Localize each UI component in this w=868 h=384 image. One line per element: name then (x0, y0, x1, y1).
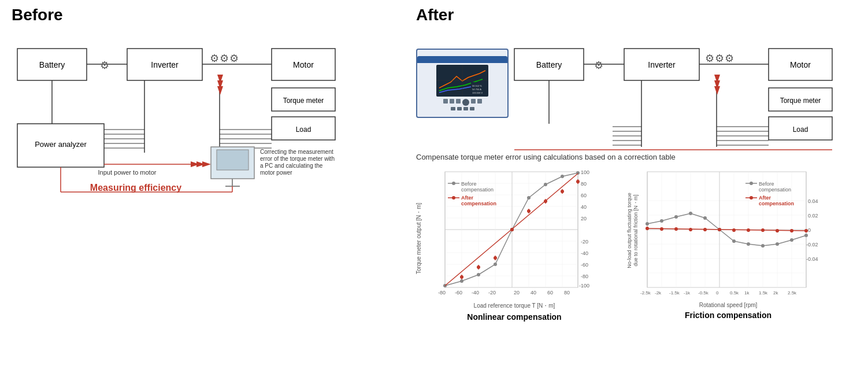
svg-point-195 (660, 219, 663, 223)
chart2-y-label: No-load output fluctuating torquedue to … (626, 190, 640, 271)
svg-point-131 (527, 196, 531, 200)
svg-text:-80: -80 (581, 274, 588, 279)
before-title: Before (12, 6, 405, 24)
svg-text:0.02: 0.02 (808, 213, 818, 219)
svg-text:2k: 2k (773, 290, 778, 296)
right-panel: After Battery Inverter Motor Torque mete… (405, 6, 868, 322)
svg-text:compensation: compensation (759, 201, 794, 206)
svg-text:40: 40 (581, 204, 587, 210)
svg-point-235 (750, 196, 753, 200)
svg-marker-49 (217, 86, 223, 95)
svg-text:0: 0 (716, 290, 719, 296)
chart1-svg: 100 80 60 40 20 -20 -40 -60 -80 -100 -80… (416, 166, 613, 305)
svg-point-152 (452, 182, 455, 185)
svg-text:20: 20 (581, 216, 587, 221)
svg-text:20: 20 (514, 290, 520, 296)
chart1-title: Nonlinear compensation (416, 312, 613, 322)
svg-text:⚙: ⚙ (594, 60, 603, 71)
svg-text:⚙: ⚙ (229, 53, 239, 64)
svg-text:Motor: Motor (790, 60, 811, 69)
svg-text:⚙: ⚙ (220, 53, 229, 64)
svg-point-200 (732, 239, 736, 243)
before-diagram-svg: Battery Inverter Motor Torque meter Load… (12, 31, 381, 193)
svg-text:-0.04: -0.04 (806, 256, 818, 262)
svg-point-217 (718, 228, 721, 231)
svg-text:Motor: Motor (293, 60, 314, 69)
charts-area: 100 80 60 40 20 -20 -40 -60 -80 -100 -80… (416, 166, 868, 322)
svg-text:Load: Load (296, 125, 311, 134)
svg-text:compensation: compensation (461, 201, 496, 206)
svg-point-231 (750, 182, 753, 185)
svg-text:0.04: 0.04 (808, 198, 818, 204)
svg-text:error of the torque meter with: error of the torque meter with (260, 156, 335, 162)
main-container: Before Battery Inverter Motor Torque met… (0, 0, 868, 327)
svg-text:60: 60 (547, 290, 553, 296)
instrument-controls (443, 99, 482, 106)
svg-text:Correcting the measurement: Correcting the measurement (260, 149, 333, 155)
svg-text:80: 80 (564, 290, 570, 296)
svg-point-128 (477, 273, 480, 276)
left-panel: Before Battery Inverter Motor Torque met… (12, 6, 405, 322)
svg-marker-34 (202, 161, 211, 167)
svg-text:-100: -100 (579, 283, 589, 289)
svg-text:Input power to motor: Input power to motor (98, 169, 157, 176)
svg-text:-20: -20 (488, 290, 496, 296)
svg-text:After: After (461, 195, 473, 201)
svg-text:motor power: motor power (260, 169, 292, 176)
svg-point-142 (510, 228, 514, 231)
measuring-label: Measuring efficiency (12, 183, 260, 193)
instrument-image: 56.512 % 54.704 A 133.556 V (416, 49, 509, 118)
chart1-container: 100 80 60 40 20 -20 -40 -60 -80 -100 -80… (416, 166, 613, 322)
svg-text:-80: -80 (438, 290, 446, 296)
svg-point-132 (544, 183, 547, 186)
chart2-svg: 0.04 0.02 0 -0.02 -0.04 -2.5k -2k -1.5k … (630, 166, 826, 305)
svg-text:1k: 1k (744, 290, 750, 296)
svg-text:Before: Before (759, 181, 774, 187)
svg-point-194 (646, 222, 649, 226)
chart1-y-label: Torque meter output [N・m] (415, 205, 423, 274)
svg-text:100: 100 (581, 169, 589, 175)
svg-text:⚙: ⚙ (705, 53, 714, 64)
svg-text:0.5k: 0.5k (730, 290, 739, 296)
svg-point-127 (460, 279, 463, 283)
chart2-container: 0.04 0.02 0 -0.02 -0.04 -2.5k -2k -1.5k … (630, 166, 826, 322)
svg-text:Power analyzer: Power analyzer (35, 140, 87, 149)
svg-text:Battery: Battery (39, 60, 65, 69)
svg-text:⚙: ⚙ (715, 53, 724, 64)
svg-text:56.512 %: 56.512 % (472, 84, 482, 87)
svg-text:Before: Before (461, 181, 477, 187)
svg-point-196 (674, 215, 678, 219)
svg-text:-1k: -1k (684, 290, 691, 296)
svg-rect-37 (217, 150, 248, 170)
svg-point-198 (703, 216, 707, 220)
svg-point-201 (747, 242, 750, 246)
svg-text:-0.02: -0.02 (806, 242, 818, 248)
svg-text:-60: -60 (455, 290, 462, 296)
svg-text:40: 40 (531, 290, 536, 296)
svg-point-197 (689, 212, 692, 215)
svg-text:80: 80 (581, 181, 587, 187)
svg-text:-60: -60 (581, 262, 588, 268)
svg-text:0: 0 (808, 227, 811, 233)
svg-text:-40: -40 (581, 250, 588, 256)
svg-text:133.556 V: 133.556 V (472, 91, 483, 94)
svg-text:Inverter: Inverter (648, 60, 676, 69)
svg-text:Inverter: Inverter (151, 60, 179, 69)
svg-text:a PC and calculating the: a PC and calculating the (260, 163, 323, 169)
svg-text:compensation: compensation (461, 187, 494, 193)
svg-point-205 (804, 234, 808, 237)
svg-text:Battery: Battery (536, 60, 562, 69)
svg-text:-40: -40 (472, 290, 479, 296)
svg-text:-0.5k: -0.5k (698, 290, 709, 296)
svg-text:60: 60 (581, 193, 587, 198)
after-title: After (416, 6, 868, 24)
svg-text:54.704 A: 54.704 A (472, 88, 481, 91)
svg-text:compensation: compensation (759, 187, 791, 193)
svg-marker-82 (714, 86, 720, 95)
svg-text:Load: Load (793, 125, 808, 134)
chart2-x-label: Rotational speed [rpm] (630, 302, 826, 308)
svg-point-202 (761, 244, 765, 248)
svg-text:After: After (759, 195, 771, 201)
after-diagram: Battery Inverter Motor Torque meter Load… (416, 31, 867, 153)
chart1-x-label: Load reference torque T [N・m] (416, 302, 613, 310)
